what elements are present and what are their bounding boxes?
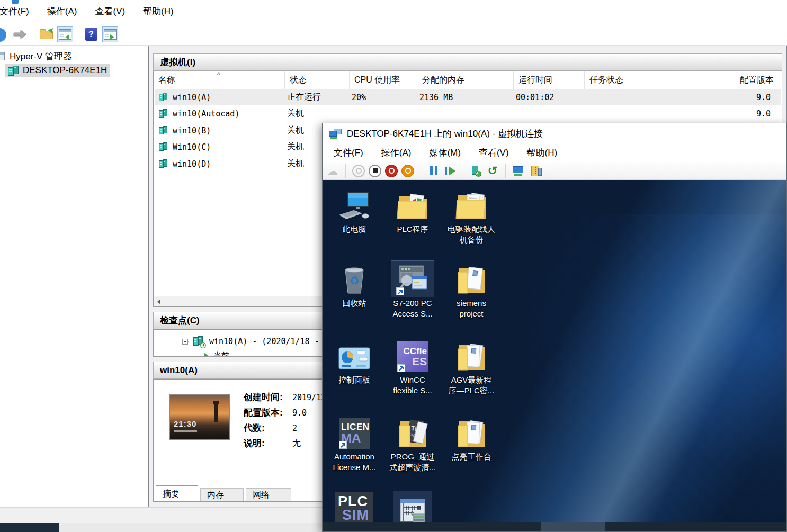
desktop-icon-agv-folder[interactable]: AGV最新程 序—PLC密... bbox=[444, 340, 499, 396]
desktop-icon-backup-folder[interactable]: 电驱装配线人 机备份 bbox=[444, 190, 499, 246]
forward-icon[interactable] bbox=[12, 26, 28, 42]
col-header-uptime[interactable]: 运行时间 bbox=[514, 71, 585, 89]
enhanced-session-icon[interactable] bbox=[528, 164, 542, 178]
mmc-menu-view[interactable]: 查看(V) bbox=[86, 0, 134, 23]
col-header-state[interactable]: 状态 bbox=[285, 71, 350, 89]
ladder-logic-icon bbox=[398, 494, 427, 522]
vm-taskbar[interactable] bbox=[323, 522, 786, 531]
vm-menu-view[interactable]: 查看(V) bbox=[470, 143, 518, 162]
col-header-cpu[interactable]: CPU 使用率 bbox=[350, 71, 417, 89]
tab-memory[interactable]: 内存 bbox=[200, 488, 244, 502]
ctrl-alt-del-icon[interactable]: ☁ bbox=[326, 164, 339, 178]
vm-memory: 2136 MB bbox=[419, 89, 515, 105]
session-monitor-icon[interactable] bbox=[512, 164, 525, 178]
action-pane-icon[interactable] bbox=[102, 26, 118, 42]
desktop-icon-ladder-editor[interactable] bbox=[385, 494, 440, 522]
vm-cpu: 20% bbox=[352, 89, 418, 105]
col-header-version[interactable]: 配置版本 bbox=[735, 71, 782, 89]
vmconnect-title: DESKTOP-6K74E1H 上的 win10(A) - 虚拟机连接 bbox=[347, 128, 543, 140]
vm-version: 9.0 bbox=[756, 89, 782, 105]
checkpoint-item[interactable]: win10(A) - (2020/1/18 - 1 bbox=[182, 336, 329, 347]
revert-icon[interactable]: ↺ bbox=[486, 164, 499, 178]
checkpoint-current-label: 当前 bbox=[213, 351, 229, 357]
mmc-menu-help[interactable]: 帮助(H) bbox=[134, 0, 183, 23]
vm-menu-help[interactable]: 帮助(H) bbox=[518, 143, 567, 162]
scroll-left-button[interactable] bbox=[154, 296, 164, 306]
mmc-menu-action[interactable]: 操作(A) bbox=[38, 0, 86, 23]
current-marker-icon bbox=[204, 353, 209, 357]
console-tree-panel: Hyper-V 管理器 DESKTOP-6K74E1H bbox=[0, 46, 144, 507]
vm-taskbar-button[interactable] bbox=[541, 522, 605, 531]
vmconnect-toolbar: ☁ ↺ bbox=[323, 162, 786, 180]
s7-pc-access-icon bbox=[396, 264, 429, 295]
vm-name: win10(B) bbox=[173, 126, 211, 136]
help-icon[interactable]: ? bbox=[83, 26, 99, 42]
turn-off-icon[interactable] bbox=[368, 164, 382, 178]
tree-item-hyperv-root[interactable]: Hyper-V 管理器 bbox=[0, 49, 72, 63]
tree-item-host[interactable]: DESKTOP-6K74E1H bbox=[5, 64, 110, 77]
mmc-toolbar: ? bbox=[0, 23, 787, 46]
desktop-icon-plc-folder[interactable]: PLC程序 bbox=[385, 190, 440, 235]
folder-tia-icon: TIA POR bbox=[396, 417, 429, 449]
desktop-icon-this-pc[interactable]: 此电脑 bbox=[327, 190, 382, 235]
console-tree-icon[interactable] bbox=[57, 26, 73, 42]
shut-down-icon[interactable] bbox=[401, 164, 415, 178]
pause-icon[interactable] bbox=[427, 164, 441, 178]
checkpoint-current-item[interactable]: 当前 bbox=[204, 351, 229, 357]
vms-section-title: 虚拟机(I) bbox=[160, 56, 195, 68]
resume-icon[interactable] bbox=[443, 164, 457, 178]
this-pc-icon bbox=[338, 190, 371, 221]
vm-name: win10(A) bbox=[173, 93, 211, 102]
vmconnect-window: DESKTOP-6K74E1H 上的 win10(A) - 虚拟机连接 文件(F… bbox=[322, 123, 787, 532]
tree-root-label: Hyper-V 管理器 bbox=[10, 50, 72, 62]
field-label: 配置版本: bbox=[244, 407, 283, 419]
col-header-memory[interactable]: 分配的内存 bbox=[417, 71, 514, 89]
console-root-icon bbox=[0, 52, 5, 60]
col-header-task[interactable]: 任务状态 bbox=[585, 71, 735, 89]
plcsim-icon: PLC SIM bbox=[335, 494, 373, 522]
tab-summary[interactable]: 摘要 bbox=[156, 485, 198, 502]
vm-menu-file[interactable]: 文件(F) bbox=[325, 143, 372, 162]
shortcut-arrow-icon bbox=[397, 364, 405, 372]
control-panel-icon bbox=[338, 340, 371, 372]
vm-uptime: 00:01:02 bbox=[516, 89, 586, 105]
vm-menu-media[interactable]: 媒体(M) bbox=[420, 143, 469, 162]
vm-menu-action[interactable]: 操作(A) bbox=[372, 143, 421, 162]
desktop-icon-control-panel[interactable]: 控制面板 bbox=[327, 340, 382, 385]
desktop-icon-recycle-bin[interactable]: ♻ 回收站 bbox=[327, 264, 382, 309]
vms-section-header: 虚拟机(I) bbox=[153, 53, 782, 71]
vm-version: 9.0 bbox=[756, 105, 782, 122]
desktop-icon-automation-license[interactable]: LICEN MA Automation License M... bbox=[327, 417, 382, 473]
checkpoint-vm-icon bbox=[193, 336, 204, 347]
vmconnect-menubar: 文件(F) 操作(A) 媒体(M) 查看(V) 帮助(H) bbox=[323, 143, 786, 162]
recycle-bin-icon: ♻ bbox=[338, 264, 371, 295]
vmconnect-titlebar[interactable]: DESKTOP-6K74E1H 上的 win10(A) - 虚拟机连接 bbox=[323, 123, 786, 143]
tree-host-label: DESKTOP-6K74E1H bbox=[23, 65, 107, 76]
export-folder-icon[interactable] bbox=[38, 26, 54, 42]
checkpoints-section-title: 检查点(C) bbox=[160, 314, 200, 327]
desktop-icon-worktable-folder[interactable]: 点亮工作台 bbox=[444, 417, 499, 462]
start-icon[interactable] bbox=[352, 164, 365, 178]
vm-desktop: 此电脑 PLC程序 bbox=[323, 180, 786, 522]
folder-app-icon bbox=[396, 190, 429, 221]
checkpoint-icon[interactable] bbox=[469, 164, 483, 178]
wincc-icon: CCfle ES bbox=[397, 340, 428, 372]
col-header-name[interactable]: 名称 bbox=[154, 71, 285, 89]
vm-state: 关机 bbox=[287, 105, 351, 122]
field-label: 代数: bbox=[244, 422, 265, 434]
vm-name: Win10(C) bbox=[173, 142, 211, 152]
tab-network[interactable]: 网络 bbox=[246, 488, 291, 502]
thumbnail-clock: 21:30 bbox=[174, 419, 196, 428]
desktop-icon-prog-folder[interactable]: TIA POR PROG_通过 式超声波清... bbox=[385, 417, 440, 473]
shortcut-arrow-icon bbox=[339, 441, 347, 449]
desktop-icon-wincc-flexible[interactable]: CCfle ES WinCC flexible S... bbox=[385, 340, 440, 396]
power-off-icon[interactable] bbox=[384, 164, 398, 178]
table-row[interactable]: win10(A) 正在运行 20% 2136 MB 00:01:02 9.0 bbox=[155, 89, 781, 105]
table-row[interactable]: win10(Autocad) 关机 9.0 bbox=[155, 105, 781, 122]
desktop-icon-plcsim[interactable]: PLC SIM bbox=[327, 494, 382, 522]
desktop-icon-siemens-project[interactable]: siemens project bbox=[444, 264, 499, 320]
vm-thumbnail[interactable]: 21:30 bbox=[169, 394, 230, 440]
desktop-icon-s7-access[interactable]: S7-200 PC Access S... bbox=[385, 264, 440, 320]
mmc-menu-file[interactable]: 文件(F) bbox=[0, 0, 38, 23]
collapse-icon[interactable] bbox=[182, 339, 188, 345]
